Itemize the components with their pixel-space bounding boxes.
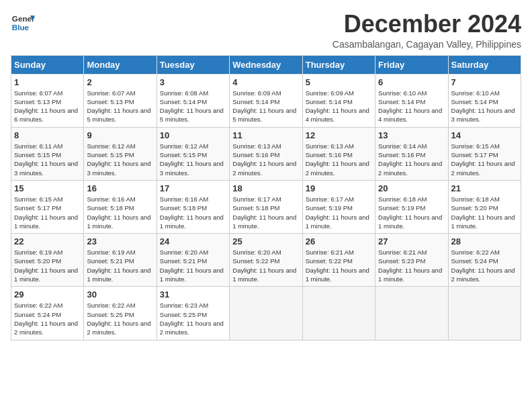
cell-info: Sunrise: 6:17 AMSunset: 5:19 PMDaylight:… (306, 195, 372, 230)
calendar-table: SundayMondayTuesdayWednesdayThursdayFrid… (11, 55, 521, 340)
header-thursday: Thursday (302, 55, 375, 74)
calendar-cell (375, 287, 448, 340)
svg-text:Blue: Blue (12, 23, 30, 32)
cell-info: Sunrise: 6:23 AMSunset: 5:25 PMDaylight:… (160, 301, 226, 336)
calendar-cell: 14Sunrise: 6:15 AMSunset: 5:17 PMDayligh… (448, 127, 521, 180)
calendar-cell: 29Sunrise: 6:22 AMSunset: 5:24 PMDayligh… (11, 287, 84, 340)
calendar-cell: 13Sunrise: 6:14 AMSunset: 5:16 PMDayligh… (375, 127, 448, 180)
day-number: 2 (87, 77, 153, 87)
month-title: December 2024 (332, 11, 521, 38)
location-subtitle: Casambalangan, Cagayan Valley, Philippin… (332, 39, 521, 50)
day-number: 11 (232, 130, 299, 140)
cell-info: Sunrise: 6:13 AMSunset: 5:16 PMDaylight:… (232, 142, 299, 177)
day-number: 12 (306, 130, 372, 140)
cell-info: Sunrise: 6:07 AMSunset: 5:13 PMDaylight:… (87, 89, 153, 124)
day-number: 23 (87, 236, 153, 246)
cell-info: Sunrise: 6:14 AMSunset: 5:16 PMDaylight:… (378, 142, 445, 177)
day-number: 10 (160, 130, 226, 140)
cell-info: Sunrise: 6:09 AMSunset: 5:14 PMDaylight:… (232, 89, 299, 124)
day-number: 3 (160, 77, 226, 87)
calendar-cell: 1Sunrise: 6:07 AMSunset: 5:13 PMDaylight… (11, 74, 84, 127)
calendar-cell: 12Sunrise: 6:13 AMSunset: 5:16 PMDayligh… (302, 127, 375, 180)
cell-info: Sunrise: 6:19 AMSunset: 5:20 PMDaylight:… (14, 248, 81, 283)
cell-info: Sunrise: 6:08 AMSunset: 5:14 PMDaylight:… (160, 89, 226, 124)
calendar-cell: 28Sunrise: 6:22 AMSunset: 5:24 PMDayligh… (448, 234, 521, 287)
day-number: 6 (378, 77, 445, 87)
day-number: 31 (160, 289, 226, 300)
header-tuesday: Tuesday (157, 55, 229, 74)
calendar-cell (302, 287, 375, 340)
cell-info: Sunrise: 6:10 AMSunset: 5:14 PMDaylight:… (451, 89, 518, 124)
cell-info: Sunrise: 6:22 AMSunset: 5:25 PMDaylight:… (87, 301, 153, 336)
cell-info: Sunrise: 6:13 AMSunset: 5:16 PMDaylight:… (306, 142, 372, 177)
day-number: 18 (232, 183, 299, 193)
day-number: 7 (451, 77, 518, 87)
day-number: 25 (232, 236, 299, 246)
cell-info: Sunrise: 6:16 AMSunset: 5:18 PMDaylight:… (87, 195, 153, 230)
week-row-5: 29Sunrise: 6:22 AMSunset: 5:24 PMDayligh… (11, 287, 521, 340)
day-number: 19 (306, 183, 372, 193)
header-saturday: Saturday (448, 55, 521, 74)
cell-info: Sunrise: 6:15 AMSunset: 5:17 PMDaylight:… (14, 195, 81, 230)
cell-info: Sunrise: 6:15 AMSunset: 5:17 PMDaylight:… (451, 142, 518, 177)
day-number: 22 (14, 236, 81, 246)
calendar-header-row: SundayMondayTuesdayWednesdayThursdayFrid… (11, 55, 521, 74)
day-number: 20 (378, 183, 445, 193)
calendar-cell: 26Sunrise: 6:21 AMSunset: 5:22 PMDayligh… (302, 234, 375, 287)
header-wednesday: Wednesday (230, 55, 302, 74)
logo-icon: General Blue (11, 11, 35, 35)
cell-info: Sunrise: 6:21 AMSunset: 5:22 PMDaylight:… (306, 248, 372, 283)
header-monday: Monday (84, 55, 157, 74)
cell-info: Sunrise: 6:22 AMSunset: 5:24 PMDaylight:… (451, 248, 518, 283)
cell-info: Sunrise: 6:20 AMSunset: 5:22 PMDaylight:… (232, 248, 299, 283)
calendar-cell: 6Sunrise: 6:10 AMSunset: 5:14 PMDaylight… (375, 74, 448, 127)
calendar-cell: 27Sunrise: 6:21 AMSunset: 5:23 PMDayligh… (375, 234, 448, 287)
cell-info: Sunrise: 6:19 AMSunset: 5:21 PMDaylight:… (87, 248, 153, 283)
cell-info: Sunrise: 6:09 AMSunset: 5:14 PMDaylight:… (306, 89, 372, 124)
day-number: 13 (378, 130, 445, 140)
calendar-cell: 7Sunrise: 6:10 AMSunset: 5:14 PMDaylight… (448, 74, 521, 127)
cell-info: Sunrise: 6:12 AMSunset: 5:15 PMDaylight:… (160, 142, 226, 177)
cell-info: Sunrise: 6:22 AMSunset: 5:24 PMDaylight:… (14, 301, 81, 336)
day-number: 21 (451, 183, 518, 193)
calendar-cell: 3Sunrise: 6:08 AMSunset: 5:14 PMDaylight… (157, 74, 229, 127)
calendar-cell: 19Sunrise: 6:17 AMSunset: 5:19 PMDayligh… (302, 180, 375, 233)
day-number: 16 (87, 183, 153, 193)
cell-info: Sunrise: 6:17 AMSunset: 5:18 PMDaylight:… (232, 195, 299, 230)
calendar-cell: 9Sunrise: 6:12 AMSunset: 5:15 PMDaylight… (84, 127, 157, 180)
calendar-cell: 15Sunrise: 6:15 AMSunset: 5:17 PMDayligh… (11, 180, 84, 233)
cell-info: Sunrise: 6:16 AMSunset: 5:18 PMDaylight:… (160, 195, 226, 230)
page-header: General Blue December 2024 Casambalangan… (11, 11, 521, 50)
cell-info: Sunrise: 6:18 AMSunset: 5:19 PMDaylight:… (378, 195, 445, 230)
cell-info: Sunrise: 6:11 AMSunset: 5:15 PMDaylight:… (14, 142, 81, 177)
calendar-cell (448, 287, 521, 340)
cell-info: Sunrise: 6:07 AMSunset: 5:13 PMDaylight:… (14, 89, 81, 124)
week-row-2: 8Sunrise: 6:11 AMSunset: 5:15 PMDaylight… (11, 127, 521, 180)
cell-info: Sunrise: 6:20 AMSunset: 5:21 PMDaylight:… (160, 248, 226, 283)
title-block: December 2024 Casambalangan, Cagayan Val… (332, 11, 521, 50)
day-number: 30 (87, 289, 153, 300)
logo: General Blue (11, 11, 35, 35)
day-number: 29 (14, 289, 81, 300)
header-sunday: Sunday (11, 55, 84, 74)
svg-text:General: General (12, 14, 35, 23)
day-number: 28 (451, 236, 518, 246)
week-row-3: 15Sunrise: 6:15 AMSunset: 5:17 PMDayligh… (11, 180, 521, 233)
calendar-cell (230, 287, 302, 340)
calendar-cell: 5Sunrise: 6:09 AMSunset: 5:14 PMDaylight… (302, 74, 375, 127)
calendar-cell: 2Sunrise: 6:07 AMSunset: 5:13 PMDaylight… (84, 74, 157, 127)
calendar-cell: 18Sunrise: 6:17 AMSunset: 5:18 PMDayligh… (230, 180, 302, 233)
day-number: 26 (306, 236, 372, 246)
day-number: 15 (14, 183, 81, 193)
day-number: 5 (306, 77, 372, 87)
day-number: 1 (14, 77, 81, 87)
day-number: 17 (160, 183, 226, 193)
cell-info: Sunrise: 6:18 AMSunset: 5:20 PMDaylight:… (451, 195, 518, 230)
calendar-cell: 23Sunrise: 6:19 AMSunset: 5:21 PMDayligh… (84, 234, 157, 287)
week-row-4: 22Sunrise: 6:19 AMSunset: 5:20 PMDayligh… (11, 234, 521, 287)
calendar-cell: 31Sunrise: 6:23 AMSunset: 5:25 PMDayligh… (157, 287, 229, 340)
calendar-cell: 4Sunrise: 6:09 AMSunset: 5:14 PMDaylight… (230, 74, 302, 127)
cell-info: Sunrise: 6:12 AMSunset: 5:15 PMDaylight:… (87, 142, 153, 177)
calendar-cell: 22Sunrise: 6:19 AMSunset: 5:20 PMDayligh… (11, 234, 84, 287)
cell-info: Sunrise: 6:10 AMSunset: 5:14 PMDaylight:… (378, 89, 445, 124)
